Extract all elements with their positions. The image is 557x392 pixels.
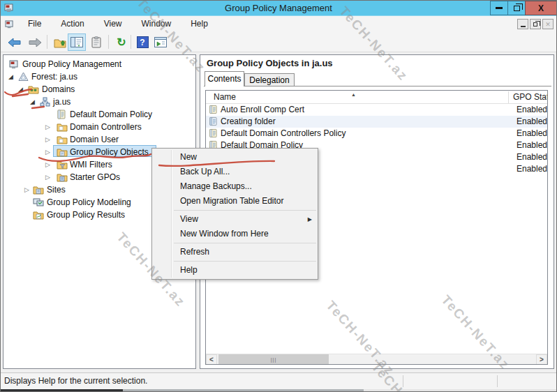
table-row[interactable]: Creating folder Enabled <box>206 116 547 128</box>
context-menu-open-migration-table-editor[interactable]: Open Migration Table Editor <box>152 194 318 209</box>
title-bar[interactable]: Group Policy Management X <box>1 1 556 16</box>
submenu-arrow-icon: ▶ <box>308 212 312 227</box>
scroll-right-icon[interactable]: > <box>536 354 547 365</box>
tree-item-label: Starter GPOs <box>70 172 120 182</box>
context-menu-separator <box>174 261 316 262</box>
gpo-name: Creating folder <box>221 116 276 126</box>
show-console-tree-button[interactable] <box>68 33 86 51</box>
forest-icon <box>18 72 29 82</box>
close-button[interactable]: X <box>525 1 557 15</box>
collapsed-icon[interactable]: ▷ <box>24 186 29 193</box>
menu-help[interactable]: Help <box>181 16 218 32</box>
expanded-icon[interactable]: ◢ <box>8 73 13 80</box>
menu-view[interactable]: View <box>94 16 132 32</box>
back-icon <box>8 38 21 47</box>
context-menu-new-window-from-here[interactable]: New Window from Here <box>152 227 318 241</box>
column-header-name[interactable]: Name <box>214 92 236 102</box>
list-header[interactable]: Name ▲ GPO Status <box>206 91 547 104</box>
child-minimize-button[interactable] <box>517 19 528 29</box>
context-menu-new[interactable]: New <box>152 150 318 165</box>
folder-icon <box>57 135 68 144</box>
collapsed-icon[interactable]: ▷ <box>45 149 50 156</box>
help-button[interactable]: ? <box>133 33 151 51</box>
results-icon <box>33 210 44 220</box>
gpo-status: Enabled <box>517 105 547 114</box>
child-close-button: ✕ <box>542 19 554 29</box>
context-menu-view-label: View <box>180 214 198 224</box>
gpo-name: Auto Enroll Comp Cert <box>221 105 304 114</box>
menu-action[interactable]: Action <box>51 16 94 32</box>
refresh-icon: ↻ <box>117 37 126 48</box>
menu-bar: File Action View Window Help ✕ <box>1 16 556 32</box>
horizontal-scrollbar[interactable]: < ||| > <box>206 354 547 364</box>
context-menu-help[interactable]: Help <box>152 263 318 278</box>
tree-item-label: Domain Controllers <box>70 122 142 132</box>
tree-item-label: Default Domain Policy <box>70 110 152 119</box>
folder-icon <box>57 122 68 132</box>
refresh-button[interactable]: ↻ <box>112 33 131 51</box>
menu-window[interactable]: Window <box>132 16 181 32</box>
column-header-gpo-status[interactable]: GPO Status <box>513 92 548 102</box>
show-console-tree-icon <box>70 37 83 47</box>
bottom-edge-light <box>364 389 556 392</box>
tab-delegation[interactable]: Delegation <box>244 73 295 86</box>
expanded-icon[interactable]: ◢ <box>30 98 35 105</box>
sites-icon <box>33 185 44 195</box>
up-one-level-button[interactable] <box>51 33 69 51</box>
context-menu-separator <box>174 210 316 211</box>
table-row[interactable]: Default Domain Controllers Policy Enable… <box>206 128 547 140</box>
gpo-status: Enabled <box>517 152 547 162</box>
tree-item-label: Domains <box>42 84 75 94</box>
status-bar: Displays Help for the current selection. <box>1 372 556 389</box>
restore-icon <box>514 6 520 11</box>
collapsed-icon[interactable]: ▷ <box>45 123 50 130</box>
table-row[interactable]: Auto Enroll Comp Cert Enabled <box>206 104 547 116</box>
collapsed-icon[interactable]: ▷ <box>45 136 50 143</box>
scroll-left-icon[interactable]: < <box>206 354 217 365</box>
gpo-status: Enabled <box>517 128 547 138</box>
gpo-row-icon <box>209 116 218 126</box>
back-button[interactable] <box>5 33 23 51</box>
tree-item-label: ja.us <box>53 97 70 107</box>
toolbar-separator <box>131 35 131 49</box>
tree-item-label: Domain User <box>70 135 119 144</box>
child-restore-button[interactable] <box>530 19 541 29</box>
close-icon: X <box>538 3 544 13</box>
scrollbar-thumb[interactable]: ||| <box>218 354 329 365</box>
console-icon <box>5 20 14 29</box>
tree-item-label: Sites <box>47 185 66 195</box>
expanded-icon[interactable]: ◢ <box>18 86 23 93</box>
collapsed-icon[interactable]: ▷ <box>45 161 50 168</box>
tree-item-label: Group Policy Objects <box>70 147 149 157</box>
new-window-button[interactable] <box>151 33 170 51</box>
gpo-status: Enabled <box>517 140 547 150</box>
context-menu-view[interactable]: View▶ <box>152 212 318 227</box>
tree-item-label: Forest: ja.us <box>31 72 77 82</box>
minimize-button[interactable] <box>490 1 508 15</box>
sort-ascending-icon: ▲ <box>351 92 356 97</box>
collapsed-icon[interactable]: ▷ <box>45 174 50 181</box>
gpo-status: Enabled <box>517 116 547 126</box>
status-divider <box>497 375 498 387</box>
domain-icon <box>40 97 50 107</box>
context-menu-back-up-all[interactable]: Back Up All... <box>152 165 318 179</box>
menu-file[interactable]: File <box>18 16 51 32</box>
results-pane-title: Group Policy Objects in ja.us <box>207 58 333 68</box>
forward-icon <box>29 38 42 47</box>
restore-button[interactable] <box>507 1 526 15</box>
context-menu-manage-backups[interactable]: Manage Backups... <box>152 179 318 194</box>
column-divider[interactable] <box>508 91 509 103</box>
gpo-row-icon <box>209 105 218 114</box>
context-menu-refresh[interactable]: Refresh <box>152 245 318 259</box>
forward-button[interactable] <box>26 33 44 51</box>
clipboard-button[interactable] <box>87 33 105 51</box>
clipboard-icon <box>91 36 101 48</box>
status-divider <box>403 375 403 387</box>
tab-contents[interactable]: Contents <box>205 71 244 86</box>
tree-item-label: WMI Filters <box>70 160 112 169</box>
gpo-icon <box>57 110 66 119</box>
console-root-icon <box>9 59 19 70</box>
gpo-folder-icon <box>57 147 68 157</box>
group-policy-management-window: Group Policy Management X File Action Vi… <box>0 0 557 392</box>
tree-item-label: Group Policy Results <box>47 210 125 220</box>
